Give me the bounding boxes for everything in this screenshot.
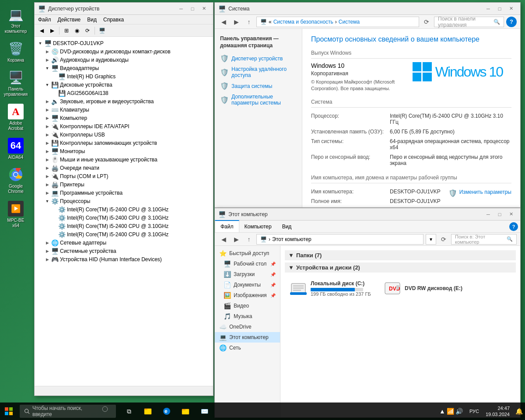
maximize-button[interactable]: □ bbox=[187, 4, 198, 14]
tree-item-sysdev[interactable]: ▶ 🖥️ Системные устройства bbox=[35, 247, 213, 255]
menu-file[interactable]: Файл bbox=[38, 17, 51, 23]
system-maximize[interactable]: □ bbox=[494, 4, 505, 14]
sidebar-link-protection[interactable]: 🛡️ Защита системы bbox=[215, 80, 302, 92]
sound-arrow[interactable]: ▶ bbox=[44, 98, 51, 105]
sys-up[interactable]: ↑ bbox=[244, 17, 254, 27]
root-arrow[interactable]: ▼ bbox=[37, 40, 44, 47]
tree-item-cpu4[interactable]: ⚙️ Intel(R) Core(TM) i5-2400 CPU @ 3.10G… bbox=[35, 230, 213, 238]
nav-desktop[interactable]: 🖥️ Рабочий стол 📌 bbox=[215, 259, 280, 269]
desktop-icon-chrome[interactable]: Google Chrome bbox=[2, 164, 29, 196]
tree-item-dvd[interactable]: ▶ 💿 DVD-дисководы и дисководы компакт-ди… bbox=[35, 47, 213, 56]
thispc-breadcrumb[interactable]: 🖥️ › Этот компьютер bbox=[256, 234, 424, 245]
tray-chevron[interactable]: ▲ bbox=[439, 408, 445, 415]
tree-item-storage[interactable]: ▶ 💾 Контроллеры запоминающих устройств bbox=[35, 139, 213, 147]
desktop-icon-adobe[interactable]: A Adobe Acrobat bbox=[2, 102, 29, 133]
sidebar-link-advanced[interactable]: 🛡️ Дополнительные параметры системы bbox=[215, 92, 302, 108]
tree-item-audio[interactable]: ▶ 🔊 Аудиовходы и аудиовыходы bbox=[35, 56, 213, 64]
tree-item-disk[interactable]: ▼ 💾 Дисковые устройства bbox=[35, 80, 213, 89]
software-arrow[interactable]: ▶ bbox=[44, 189, 51, 196]
nav-onedrive[interactable]: ☁️ OneDrive bbox=[215, 322, 280, 332]
nav-docs[interactable]: 📄 Документы 📌 bbox=[215, 280, 280, 290]
mice-arrow[interactable]: ▶ bbox=[44, 156, 51, 163]
tree-item-cpu3[interactable]: ⚙️ Intel(R) Core(TM) i5-2400 CPU @ 3.10G… bbox=[35, 222, 213, 230]
tree-item-video[interactable]: ▼ 🖥️ Видеоадаптеры bbox=[35, 64, 213, 72]
thispc-forward[interactable]: ▶ bbox=[231, 234, 242, 245]
tray-language[interactable]: РУС bbox=[467, 409, 481, 414]
tree-item-agi[interactable]: 💾 AGI256G06AI138 bbox=[35, 89, 213, 97]
tree-item-ide[interactable]: ▶ 🔌 Контроллеры IDE ATA/ATAPI bbox=[35, 122, 213, 130]
tray-notifications[interactable]: 🔔 bbox=[515, 408, 523, 415]
tree-item-computer[interactable]: ▶ 🖥️ Компьютер bbox=[35, 114, 213, 122]
video-arrow[interactable]: ▼ bbox=[44, 65, 51, 72]
network-arrow[interactable]: ▶ bbox=[44, 239, 51, 246]
change-params[interactable]: 🛡️ Изменить параметры bbox=[448, 187, 511, 207]
system-minimize[interactable]: ─ bbox=[483, 4, 494, 14]
thispc-up[interactable]: ↑ bbox=[244, 234, 254, 245]
tree-item-cpu2[interactable]: ⚙️ Intel(R) Core(TM) i5-2400 CPU @ 3.10G… bbox=[35, 214, 213, 222]
device-manager-tree[interactable]: ▼ 🖥️ DESKTOP-OJU1VKP ▶ 💿 DVD-дисководы и… bbox=[35, 37, 213, 386]
tree-item-network[interactable]: ▶ 🌐 Сетевые адаптеры bbox=[35, 238, 213, 247]
tray-volume[interactable]: 🔊 bbox=[455, 408, 463, 415]
tree-item-printers[interactable]: ▶ 🖨️ Принтеры bbox=[35, 180, 213, 189]
storage-arrow[interactable]: ▶ bbox=[44, 140, 51, 147]
sysdev-arrow[interactable]: ▶ bbox=[44, 248, 51, 255]
sys-search-box[interactable]: Поиск в панели управления 🔍 bbox=[434, 17, 504, 27]
tree-item-intel-hd[interactable]: 🖥️ Intel(R) HD Graphics bbox=[35, 72, 213, 80]
taskbar-explorer-btn[interactable] bbox=[139, 402, 157, 420]
ribbon-tab-file[interactable]: Файл bbox=[215, 220, 239, 232]
tree-item-hid[interactable]: ▶ 🎮 Устройства HID (Human Interface Devi… bbox=[35, 255, 213, 263]
desktop-icon-recycle[interactable]: 🗑️ Корзина bbox=[2, 38, 29, 65]
thispc-help-button[interactable]: ? bbox=[509, 222, 518, 231]
print-arrow[interactable]: ▶ bbox=[44, 164, 51, 172]
thispc-breadcrumb-expand[interactable]: ▾ bbox=[426, 234, 436, 245]
devices-header[interactable]: ▼ Устройства и диски (2) bbox=[285, 262, 516, 273]
tree-item-print[interactable]: ▶ 🖨️ Очереди печати bbox=[35, 164, 213, 172]
disk-arrow[interactable]: ▼ bbox=[44, 81, 51, 88]
hid-arrow[interactable]: ▶ bbox=[44, 256, 51, 263]
thispc-maximize[interactable]: □ bbox=[494, 210, 505, 219]
nav-video[interactable]: 🎬 Видео bbox=[215, 301, 280, 311]
taskbar-search-box[interactable]: Чтобы начать поиск, введите bbox=[20, 405, 116, 418]
minimize-button[interactable]: ─ bbox=[175, 4, 187, 14]
tree-root[interactable]: ▼ 🖥️ DESKTOP-OJU1VKP bbox=[35, 39, 213, 47]
tree-item-processors[interactable]: ▼ ⚙️ Процессоры bbox=[35, 197, 213, 205]
system-titlebar[interactable]: 🖥️ Система ─ □ ✕ bbox=[215, 3, 520, 15]
monitors-arrow[interactable]: ▶ bbox=[44, 148, 51, 155]
tree-item-sound[interactable]: ▶ 🔈 Звуковые, игровые и видеоустройства bbox=[35, 97, 213, 105]
desktop-icon-aida64[interactable]: 64 AIDA64 bbox=[2, 136, 29, 162]
toolbar-forward[interactable]: ▶ bbox=[47, 26, 57, 35]
usb-arrow[interactable]: ▶ bbox=[44, 131, 51, 138]
thispc-titlebar[interactable]: 🖥️ Этот компьютер ─ □ ✕ bbox=[215, 208, 520, 220]
processors-arrow[interactable]: ▼ bbox=[44, 198, 51, 205]
taskbar-clock[interactable]: 24:47 19.03.2024 bbox=[483, 405, 512, 418]
desktop-icon-mpc[interactable]: ▶️ MPC-BE x64 bbox=[2, 199, 29, 231]
taskbar-edge-btn[interactable]: e bbox=[158, 402, 175, 420]
nav-images[interactable]: 🖼️ Изображения 📌 bbox=[215, 290, 280, 301]
tree-item-cpu1[interactable]: ⚙️ Intel(R) Core(TM) i5-2400 CPU @ 3.10G… bbox=[35, 205, 213, 214]
toolbar-btn1[interactable]: ⊞ bbox=[62, 26, 71, 35]
sys-refresh[interactable]: ⟳ bbox=[421, 17, 432, 27]
computer-arrow[interactable]: ▶ bbox=[44, 115, 51, 122]
toolbar-btn2[interactable]: ◉ bbox=[72, 26, 82, 35]
dvd-arrow[interactable]: ▶ bbox=[44, 48, 51, 55]
printers-arrow[interactable]: ▶ bbox=[44, 181, 51, 188]
drive-c[interactable]: Локальный диск (C:) 199 ГБ свободно из 2… bbox=[287, 277, 374, 300]
taskbar-fileexplorer-btn[interactable] bbox=[177, 402, 194, 420]
thispc-refresh[interactable]: ⟳ bbox=[438, 234, 449, 245]
ribbon-tab-view[interactable]: Вид bbox=[277, 220, 297, 233]
sidebar-link-devicemanager[interactable]: 🛡️ Диспетчер устройств bbox=[215, 52, 302, 64]
sidebar-link-remote[interactable]: 🛡️ Настройка удалённого доступа bbox=[215, 64, 302, 80]
taskview-btn[interactable]: ⧉ bbox=[120, 402, 138, 420]
ide-arrow[interactable]: ▶ bbox=[44, 123, 51, 130]
nav-this-pc[interactable]: 💻 Этот компьютер bbox=[215, 332, 280, 343]
device-manager-titlebar[interactable]: 🖥️ Диспетчер устройств ─ □ ✕ bbox=[35, 3, 213, 15]
sys-forward[interactable]: ▶ bbox=[231, 17, 242, 27]
toolbar-btn3[interactable]: ⟳ bbox=[83, 26, 92, 35]
start-button[interactable] bbox=[0, 402, 18, 420]
tree-item-ports[interactable]: ▶ 🔌 Порты (COM и LPT) bbox=[35, 172, 213, 180]
thispc-search[interactable]: Поиск в: Этот компьютер 🔍 bbox=[451, 234, 517, 245]
audio-arrow[interactable]: ▶ bbox=[44, 56, 51, 63]
folders-header[interactable]: ▼ Папки (7) bbox=[285, 250, 516, 260]
close-button[interactable]: ✕ bbox=[198, 4, 210, 14]
menu-action[interactable]: Действие bbox=[58, 17, 81, 23]
